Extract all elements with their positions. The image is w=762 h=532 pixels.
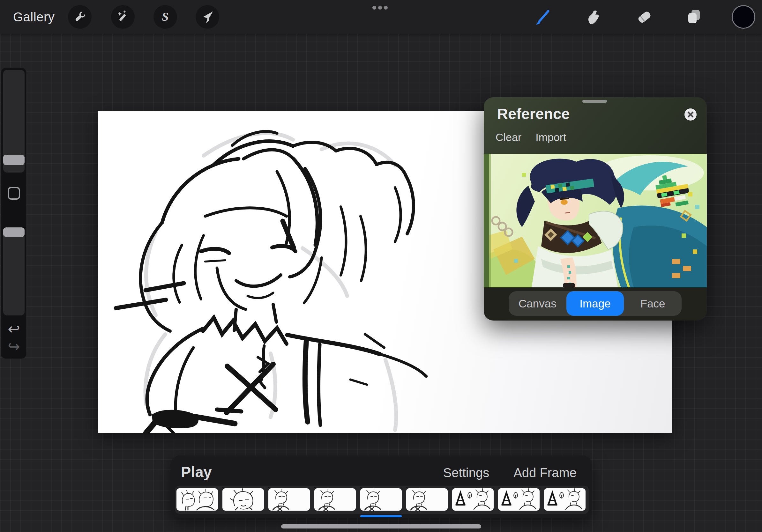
settings-button[interactable]: Settings [443, 466, 490, 480]
transform-arrow-icon [200, 10, 215, 24]
frame-thumbnail-6[interactable] [406, 488, 448, 511]
tab-canvas[interactable]: Canvas [509, 291, 567, 316]
layers-icon [685, 8, 703, 26]
paint-brush-icon [534, 8, 551, 26]
modify-button[interactable] [8, 187, 20, 200]
brush-size-slider[interactable] [3, 70, 25, 172]
redo-icon: ↪ [8, 339, 20, 354]
actions-button[interactable] [68, 5, 92, 29]
eraser-tool-button[interactable] [633, 5, 656, 29]
frame-thumbnail-4[interactable] [314, 488, 356, 511]
frame-filmstrip [175, 486, 589, 514]
frame-thumbnail-3[interactable] [268, 488, 310, 511]
svg-text:S: S [162, 10, 169, 23]
top-toolbar: Gallery S [0, 0, 762, 34]
smudge-finger-icon [584, 8, 602, 26]
animation-assist-bar: Play Settings Add Frame [171, 455, 592, 518]
reference-tab-bar: CanvasImageFace [484, 287, 707, 320]
brush-size-thumb[interactable] [3, 155, 25, 165]
adjustments-button[interactable] [111, 5, 135, 29]
undo-icon: ↩ [8, 321, 20, 336]
drag-handle[interactable] [582, 100, 607, 103]
close-x-icon [687, 111, 694, 118]
selection-s-icon: S [158, 10, 173, 24]
frame-thumbnail-8[interactable] [498, 488, 540, 511]
layers-button[interactable] [682, 5, 706, 29]
reference-title: Reference [497, 105, 570, 122]
tab-face[interactable]: Face [624, 291, 682, 316]
selection-button[interactable]: S [153, 5, 177, 29]
frame-thumbnail-2[interactable] [222, 488, 264, 511]
undo-button[interactable]: ↩ [1, 320, 27, 337]
home-indicator[interactable] [281, 524, 481, 528]
gallery-button[interactable]: Gallery [13, 0, 54, 34]
smudge-tool-button[interactable] [581, 5, 605, 29]
multitask-dots[interactable] [372, 6, 388, 10]
wrench-icon [73, 10, 87, 24]
frame-thumbnail-9[interactable] [544, 488, 585, 511]
frame-thumbnail-7[interactable] [452, 488, 494, 511]
sidebar: ↩ ↪ [1, 68, 27, 359]
tab-image[interactable]: Image [567, 291, 624, 316]
reference-panel: Reference Clear Import [484, 97, 707, 320]
color-swatch-button[interactable] [732, 5, 755, 29]
close-button[interactable] [684, 108, 697, 120]
add-frame-button[interactable]: Add Frame [513, 466, 576, 480]
opacity-slider[interactable] [3, 228, 25, 315]
transform-button[interactable] [195, 5, 219, 29]
eraser-icon [635, 8, 653, 26]
current-frame-indicator [360, 515, 402, 517]
import-button[interactable]: Import [535, 131, 566, 144]
reference-image[interactable] [484, 154, 707, 287]
play-button[interactable]: Play [181, 463, 212, 481]
frame-thumbnail-1[interactable] [177, 488, 218, 511]
brush-tool-button[interactable] [531, 5, 554, 29]
reference-header: Reference Clear Import [484, 97, 707, 154]
opacity-thumb[interactable] [3, 228, 25, 237]
clear-button[interactable]: Clear [495, 131, 521, 144]
magic-wand-icon [115, 10, 130, 24]
procreate-workspace: ↩ ↪ Play Settings Add Frame [0, 0, 762, 532]
frame-thumbnail-5[interactable] [360, 488, 402, 511]
redo-button[interactable]: ↪ [1, 338, 27, 355]
